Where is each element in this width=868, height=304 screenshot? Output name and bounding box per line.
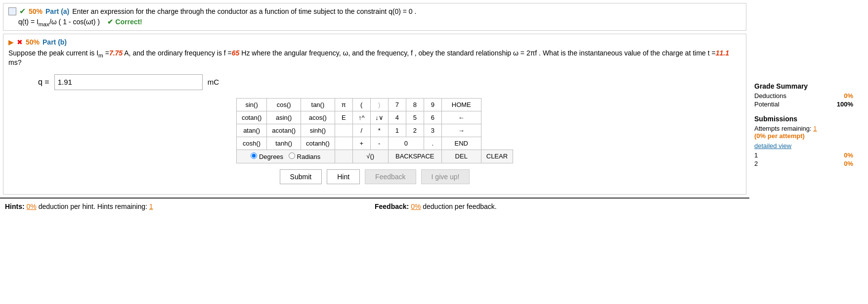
calc-back[interactable]: ← <box>441 111 481 124</box>
sub-num-2: 2 <box>754 160 758 167</box>
calc-asin[interactable]: asin() <box>267 111 301 124</box>
calc-radio-row: Degrees Radians <box>236 150 335 163</box>
calc-empty2 <box>335 137 352 150</box>
calc-right[interactable]: → <box>441 124 481 137</box>
detailed-view-link[interactable]: detailed view <box>754 142 791 150</box>
give-up-button[interactable]: I give up! <box>421 169 470 184</box>
calc-2[interactable]: 2 <box>406 124 424 137</box>
calc-row-3: atan() acotan() sinh() / * 1 2 3 → <box>236 124 513 137</box>
potential-value: 100% <box>837 101 853 108</box>
calc-up[interactable]: ↑^ <box>352 111 370 124</box>
feedback-text: deduction per feedback. <box>423 203 496 210</box>
feedback-percent[interactable]: 0% <box>411 203 421 210</box>
degrees-label[interactable]: Degrees <box>251 153 285 160</box>
calc-1[interactable]: 1 <box>388 124 406 137</box>
attempts-value[interactable]: 1 <box>813 125 817 132</box>
answer-input[interactable] <box>54 74 203 90</box>
calc-minus[interactable]: - <box>370 137 388 150</box>
sub-num-1: 1 <box>754 152 758 159</box>
calc-6[interactable]: 6 <box>424 111 441 124</box>
calc-end[interactable]: END <box>441 137 481 150</box>
calc-empty3 <box>335 150 352 163</box>
calc-3[interactable]: 3 <box>424 124 441 137</box>
submissions-title: Submissions <box>754 115 853 123</box>
deductions-label: Deductions <box>754 92 786 100</box>
calc-tan[interactable]: tan() <box>301 98 335 111</box>
calc-plus[interactable]: + <box>352 137 370 150</box>
radians-radio[interactable] <box>289 152 295 159</box>
calc-9[interactable]: 9 <box>424 98 441 111</box>
calc-cosh[interactable]: cosh() <box>236 137 266 150</box>
calc-rparen[interactable]: ) <box>370 98 388 111</box>
radians-label[interactable]: Radians <box>289 153 320 160</box>
feedback-button[interactable]: Feedback <box>365 169 416 184</box>
calc-clear[interactable]: CLEAR <box>481 150 513 163</box>
part-a-answer-text: q(t) = Imax/ω ( 1 - cos(ωt) ) <box>18 18 100 26</box>
part-a-answer: q(t) = Imax/ω ( 1 - cos(ωt) ) ✔ Correct! <box>18 18 741 27</box>
hints-label: Hints: <box>5 203 25 210</box>
calc-row-4: cosh() tanh() cotanh() + - 0 . END <box>236 137 513 150</box>
hint-button[interactable]: Hint <box>327 169 360 184</box>
calc-sinh[interactable]: sinh() <box>301 124 335 137</box>
hints-feedback-bar: Hints: 0% deduction per hint. Hints rema… <box>0 198 749 214</box>
part-a-section: ✔ 50% Part (a) Enter an expression for t… <box>3 3 746 31</box>
calc-acotan[interactable]: acotan() <box>267 124 301 137</box>
part-b-label: Part (b) <box>43 38 67 46</box>
part-a-header: ✔ 50% Part (a) Enter an expression for t… <box>8 6 741 16</box>
hints-percent[interactable]: 0% <box>27 203 37 210</box>
part-b-description: Suppose the peak current is Im =7.75 A, … <box>8 49 741 66</box>
calc-0[interactable]: 0 <box>388 137 424 150</box>
calc-7[interactable]: 7 <box>388 98 406 111</box>
calc-row-5: Degrees Radians √() BACKSPACE DEL CLEAR <box>236 150 513 163</box>
buttons-row: Submit Hint Feedback I give up! <box>8 169 741 184</box>
part-a-label: Part (a) <box>45 7 69 15</box>
submit-button[interactable]: Submit <box>280 169 322 184</box>
part-a-description: Enter an expression for the charge throu… <box>72 7 416 15</box>
calc-sin[interactable]: sin() <box>236 98 266 111</box>
correct-label: ✔ Correct! <box>107 18 142 26</box>
part-b-percent: 50% <box>26 38 40 46</box>
grade-summary-panel: Grade Summary Deductions 0% Potential 10… <box>754 82 853 168</box>
q-label: q = <box>38 78 49 87</box>
feedback-section: Feedback: 0% deduction per feedback. <box>375 203 744 210</box>
hints-remaining[interactable]: 1 <box>149 203 153 210</box>
calc-row-1: sin() cos() tan() π ( ) 7 8 9 HOME <box>236 98 513 111</box>
calc-atan[interactable]: atan() <box>236 124 266 137</box>
calc-4[interactable]: 4 <box>388 111 406 124</box>
calc-div[interactable]: / <box>352 124 370 137</box>
calculator: sin() cos() tan() π ( ) 7 8 9 HOME cotan… <box>8 98 741 163</box>
calc-sqrt[interactable]: √() <box>352 150 388 163</box>
calc-lparen[interactable]: ( <box>352 98 370 111</box>
calc-home[interactable]: HOME <box>441 98 481 111</box>
calc-del[interactable]: DEL <box>441 150 481 163</box>
hints-text: deduction per hint. Hints remaining: <box>39 203 149 210</box>
check-icon: ✔ <box>19 6 26 16</box>
part-b-section: ▶ ✖ 50% Part (b) Suppose the peak curren… <box>3 34 746 195</box>
checkbox-icon[interactable] <box>8 7 16 15</box>
calc-empty1 <box>335 124 352 137</box>
degrees-radio[interactable] <box>251 152 257 159</box>
calc-table: sin() cos() tan() π ( ) 7 8 9 HOME cotan… <box>236 98 513 163</box>
calc-row-2: cotan() asin() acos() E ↑^ ↓∨ 4 5 6 ← <box>236 111 513 124</box>
calc-8[interactable]: 8 <box>406 98 424 111</box>
submission-row-1: 1 0% <box>754 152 853 159</box>
part-a-percent: 50% <box>29 7 43 15</box>
attempts-text: Attempts remaining: <box>754 125 812 132</box>
submission-row-2: 2 0% <box>754 160 853 167</box>
calc-pi[interactable]: π <box>335 98 352 111</box>
calc-tanh[interactable]: tanh() <box>267 137 301 150</box>
calc-cotanh[interactable]: cotanh() <box>301 137 335 150</box>
x-icon: ✖ <box>17 38 23 46</box>
part-b-header: ▶ ✖ 50% Part (b) Suppose the peak curren… <box>8 38 741 66</box>
calc-e[interactable]: E <box>335 111 352 124</box>
calc-acos[interactable]: acos() <box>301 111 335 124</box>
potential-row: Potential 100% <box>754 101 853 108</box>
calc-mul[interactable]: * <box>370 124 388 137</box>
calc-cotan[interactable]: cotan() <box>236 111 266 124</box>
calc-5[interactable]: 5 <box>406 111 424 124</box>
calc-cos[interactable]: cos() <box>267 98 301 111</box>
grade-summary-title: Grade Summary <box>754 82 853 90</box>
calc-down[interactable]: ↓∨ <box>370 111 388 124</box>
calc-backspace[interactable]: BACKSPACE <box>388 150 441 163</box>
calc-dot[interactable]: . <box>424 137 441 150</box>
